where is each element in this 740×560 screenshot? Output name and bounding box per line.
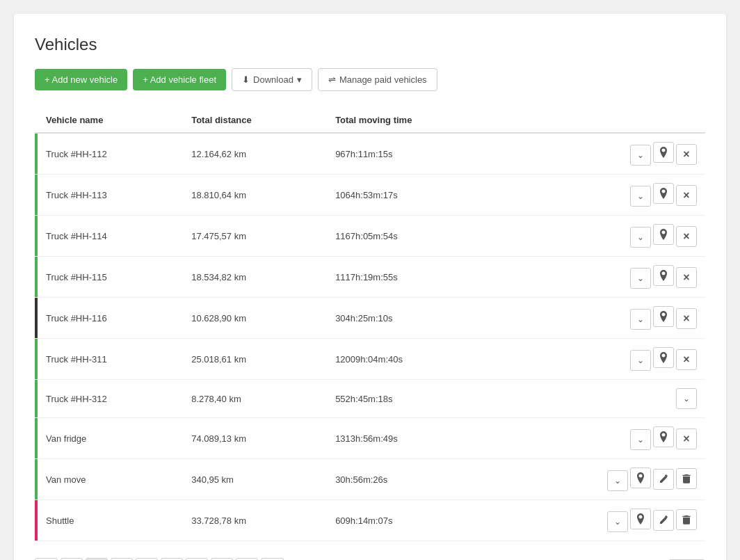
- vehicle-moving-time: 1313h:56m:49s: [327, 418, 502, 459]
- row-actions: ⌄×: [502, 339, 705, 380]
- row-expand-button[interactable]: ⌄: [630, 186, 651, 207]
- row-actions: ⌄: [502, 500, 705, 541]
- row-actions: ⌄: [502, 459, 705, 500]
- row-expand-button[interactable]: ⌄: [630, 227, 651, 248]
- table-row: Truck #HH-11610.628,90 km304h:25m:10s⌄×: [35, 298, 705, 339]
- vehicle-moving-time: 304h:25m:10s: [327, 298, 502, 339]
- row-actions: ⌄×: [502, 257, 705, 298]
- vehicle-name: Truck #HH-116: [38, 298, 183, 339]
- vehicle-distance: 10.628,90 km: [183, 298, 327, 339]
- row-expand-button[interactable]: ⌄: [630, 429, 651, 450]
- row-close-button[interactable]: ×: [676, 308, 697, 329]
- download-icon: ⬇: [242, 74, 250, 85]
- transfer-icon: ⇌: [328, 74, 336, 85]
- row-expand-button[interactable]: ⌄: [630, 268, 651, 289]
- vehicle-name: Truck #HH-115: [38, 257, 183, 298]
- vehicle-distance: 8.278,40 km: [183, 380, 327, 418]
- vehicle-name: Van move: [38, 459, 183, 500]
- row-actions: ⌄×: [502, 298, 705, 339]
- table-row: Van move340,95 km30h:56m:26s⌄: [35, 459, 705, 500]
- vehicle-moving-time: 967h:11m:15s: [327, 133, 502, 175]
- row-expand-button[interactable]: ⌄: [607, 470, 628, 491]
- vehicle-name: Truck #HH-112: [38, 133, 183, 175]
- row-pin-button[interactable]: [653, 306, 674, 327]
- vehicle-name: Shuttle: [38, 500, 183, 541]
- vehicle-moving-time: 609h:14m:07s: [327, 500, 502, 541]
- row-edit-button[interactable]: [653, 469, 674, 490]
- row-close-button[interactable]: ×: [676, 226, 697, 247]
- vehicle-name: Truck #HH-312: [38, 380, 183, 418]
- vehicle-distance: 74.089,13 km: [183, 418, 327, 459]
- row-pin-button[interactable]: [653, 142, 674, 163]
- table-row: Truck #HH-11212.164,62 km967h:11m:15s⌄×: [35, 133, 705, 175]
- table-row: Truck #HH-11318.810,64 km1064h:53m:17s⌄×: [35, 175, 705, 216]
- table-row: Shuttle33.728,78 km609h:14m:07s⌄: [35, 500, 705, 541]
- vehicle-moving-time: 552h:45m:18s: [327, 380, 502, 418]
- row-pin-button[interactable]: [653, 426, 674, 447]
- row-pin-button[interactable]: [653, 265, 674, 286]
- row-actions: ⌄×: [502, 133, 705, 175]
- row-close-button[interactable]: ×: [676, 267, 697, 288]
- page-title: Vehicles: [35, 35, 705, 54]
- table-header-row: Vehicle name Total distance Total moving…: [35, 108, 705, 133]
- row-expand-button[interactable]: ⌄: [676, 388, 697, 409]
- vehicle-moving-time: 1117h:19m:55s: [327, 257, 502, 298]
- vehicle-distance: 17.475,57 km: [183, 216, 327, 257]
- col-total-moving-time: Total moving time: [327, 108, 502, 133]
- row-expand-button[interactable]: ⌄: [607, 511, 628, 532]
- row-close-button[interactable]: ×: [676, 144, 697, 165]
- row-actions: ⌄×: [502, 418, 705, 459]
- toolbar: + Add new vehicle + Add vehicle fleet ⬇ …: [35, 68, 705, 91]
- vehicles-table: Vehicle name Total distance Total moving…: [35, 108, 705, 541]
- vehicle-distance: 25.018,61 km: [183, 339, 327, 380]
- vehicle-name: Van fridge: [38, 418, 183, 459]
- add-vehicle-fleet-button[interactable]: + Add vehicle fleet: [133, 69, 226, 90]
- row-pin-button[interactable]: [653, 224, 674, 245]
- vehicle-name: Truck #HH-114: [38, 216, 183, 257]
- download-button[interactable]: ⬇ Download ▾: [232, 68, 312, 91]
- vehicle-name: Truck #HH-311: [38, 339, 183, 380]
- vehicle-distance: 18.810,64 km: [183, 175, 327, 216]
- row-pin-button[interactable]: [653, 183, 674, 204]
- vehicle-distance: 18.534,82 km: [183, 257, 327, 298]
- table-row: Truck #HH-3128.278,40 km552h:45m:18s⌄: [35, 380, 705, 418]
- row-pin-button[interactable]: [653, 347, 674, 368]
- col-vehicle-name: Vehicle name: [38, 108, 183, 133]
- row-pin-button[interactable]: [630, 467, 651, 488]
- vehicle-distance: 340,95 km: [183, 459, 327, 500]
- row-expand-button[interactable]: ⌄: [630, 145, 651, 166]
- vehicle-moving-time: 1167h:05m:54s: [327, 216, 502, 257]
- row-delete-button[interactable]: [676, 468, 697, 489]
- row-delete-button[interactable]: [676, 509, 697, 530]
- vehicle-moving-time: 30h:56m:26s: [327, 459, 502, 500]
- row-actions: ⌄: [502, 380, 705, 418]
- manage-paid-vehicles-button[interactable]: ⇌ Manage paid vehicles: [318, 68, 437, 91]
- col-total-distance: Total distance: [183, 108, 327, 133]
- vehicle-distance: 33.728,78 km: [183, 500, 327, 541]
- row-close-button[interactable]: ×: [676, 185, 697, 206]
- vehicle-moving-time: 1064h:53m:17s: [327, 175, 502, 216]
- vehicle-name: Truck #HH-113: [38, 175, 183, 216]
- table-row: Truck #HH-11518.534,82 km1117h:19m:55s⌄×: [35, 257, 705, 298]
- vehicle-moving-time: 12009h:04m:40s: [327, 339, 502, 380]
- row-expand-button[interactable]: ⌄: [630, 309, 651, 330]
- vehicle-distance: 12.164,62 km: [183, 133, 327, 175]
- dropdown-arrow-icon: ▾: [297, 74, 302, 85]
- row-close-button[interactable]: ×: [676, 349, 697, 370]
- table-row: Van fridge74.089,13 km1313h:56m:49s⌄×: [35, 418, 705, 459]
- row-pin-button[interactable]: [630, 509, 651, 529]
- row-close-button[interactable]: ×: [676, 429, 697, 449]
- row-edit-button[interactable]: [653, 510, 674, 531]
- row-expand-button[interactable]: ⌄: [630, 350, 651, 371]
- row-actions: ⌄×: [502, 216, 705, 257]
- table-row: Truck #HH-11417.475,57 km1167h:05m:54s⌄×: [35, 216, 705, 257]
- row-actions: ⌄×: [502, 175, 705, 216]
- add-new-vehicle-button[interactable]: + Add new vehicle: [35, 69, 127, 90]
- table-row: Truck #HH-31125.018,61 km12009h:04m:40s⌄…: [35, 339, 705, 380]
